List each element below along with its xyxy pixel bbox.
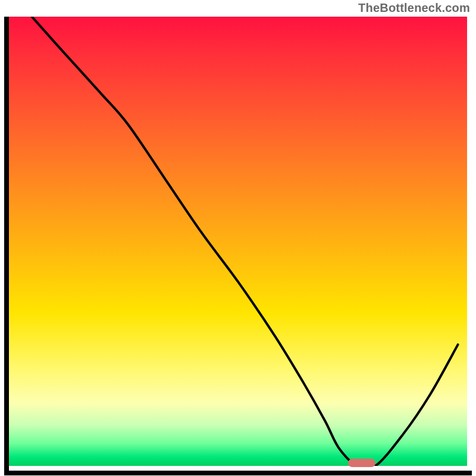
chart-frame: TheBottleneck.com [0, 0, 476, 476]
optimum-marker [348, 459, 375, 467]
attribution-text: TheBottleneck.com [358, 1, 470, 15]
gradient-plot-area [9, 17, 467, 466]
